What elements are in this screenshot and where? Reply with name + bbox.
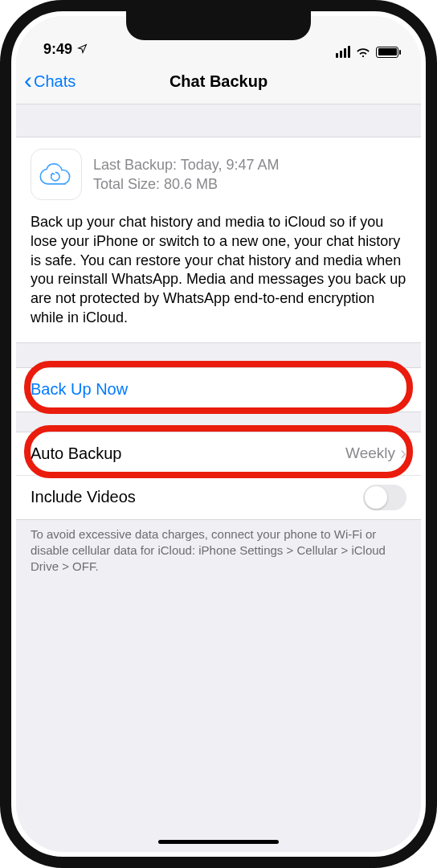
- backup-info-header: Last Backup: Today, 9:47 AM Total Size: …: [31, 149, 406, 200]
- status-time: 9:49: [43, 41, 72, 58]
- nav-bar: ‹ Chats Chat Backup: [16, 59, 421, 104]
- include-videos-toggle[interactable]: [363, 485, 406, 510]
- back-button[interactable]: ‹ Chats: [24, 71, 76, 92]
- auto-backup-row[interactable]: Auto Backup Weekly ›: [16, 432, 421, 476]
- back-up-now-button[interactable]: Back Up Now: [16, 368, 421, 411]
- back-label: Chats: [34, 72, 76, 91]
- chevron-right-icon: ›: [400, 442, 406, 465]
- device-frame: 9:49 ‹ Chats Chat Backup: [0, 0, 437, 868]
- wifi-icon: [355, 47, 371, 58]
- chevron-left-icon: ‹: [24, 68, 32, 92]
- include-videos-row: Include Videos: [16, 476, 421, 519]
- cellular-signal-icon: [336, 46, 350, 58]
- total-size-label: Total Size: 80.6 MB: [93, 174, 279, 194]
- screen: 9:49 ‹ Chats Chat Backup: [16, 16, 421, 852]
- home-indicator[interactable]: [158, 840, 279, 844]
- toggle-knob: [365, 486, 387, 509]
- status-left: 9:49: [43, 41, 88, 58]
- auto-backup-label: Auto Backup: [31, 444, 121, 463]
- battery-icon: [376, 47, 398, 58]
- status-right: [336, 46, 398, 58]
- auto-backup-value: Weekly: [345, 444, 395, 462]
- backup-info-card: Last Backup: Today, 9:47 AM Total Size: …: [16, 137, 421, 343]
- settings-list-wrap: Back Up Now Auto Backup Weekly › Include…: [16, 367, 421, 520]
- settings-list-2: Auto Backup Weekly › Include Videos: [16, 432, 421, 520]
- cloud-backup-icon: [31, 149, 82, 200]
- backup-description: Back up your chat history and media to i…: [31, 213, 406, 328]
- settings-list: Back Up Now: [16, 367, 421, 412]
- back-up-now-label: Back Up Now: [31, 380, 128, 399]
- last-backup-label: Last Backup: Today, 9:47 AM: [93, 155, 279, 174]
- device-notch: [126, 11, 311, 40]
- content: Last Backup: Today, 9:47 AM Total Size: …: [16, 104, 421, 852]
- backup-meta: Last Backup: Today, 9:47 AM Total Size: …: [93, 155, 279, 194]
- include-videos-label: Include Videos: [31, 488, 136, 506]
- location-services-icon: [77, 43, 88, 56]
- page-title: Chat Backup: [24, 72, 413, 91]
- footer-note: To avoid excessive data charges, connect…: [16, 520, 421, 575]
